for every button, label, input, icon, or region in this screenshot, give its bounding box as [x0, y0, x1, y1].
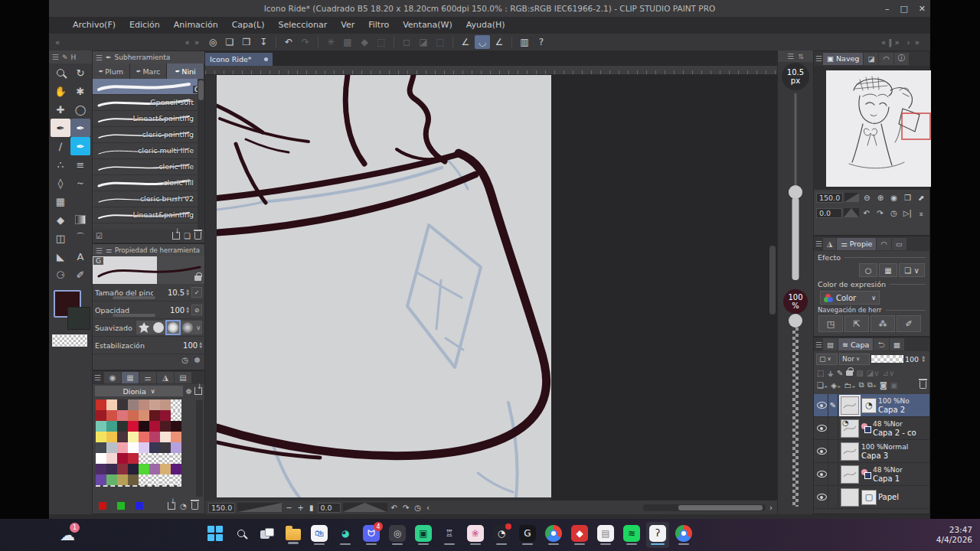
paste-icon[interactable]: ▩ [340, 35, 355, 49]
brush-item-cleric-line[interactable]: cleric line [93, 159, 204, 175]
color-swatch-2-1[interactable] [106, 421, 117, 432]
new-vector-layer-icon[interactable]: ◈₊ [831, 381, 841, 390]
color-swatch-3-5[interactable] [149, 432, 160, 442]
search-button[interactable] [230, 522, 253, 548]
canvas-horizontal-scrollbar[interactable] [643, 504, 766, 511]
lasso-tool[interactable]: ◯ [70, 100, 90, 119]
polyline-tool[interactable]: ◣ [51, 247, 70, 266]
color-swatch-7-1[interactable] [106, 474, 117, 485]
rotate-right-icon[interactable]: ↷ [401, 504, 410, 512]
border-effect-icon[interactable]: ○ [859, 263, 877, 277]
material-panel-icon[interactable]: ▥ [517, 35, 532, 49]
replace-color-icon[interactable]: ◔ [180, 502, 187, 510]
color-swatch-6-3[interactable] [128, 464, 139, 474]
rotate-view-tool[interactable]: ↻ [70, 64, 90, 82]
tab-layers[interactable]: ≋ Capa [838, 338, 873, 350]
snap-guide-icon[interactable]: ∠ [492, 35, 507, 49]
nav-flip-vertical-icon[interactable]: ⌅ [915, 209, 927, 217]
color-swatch-2-7[interactable] [171, 421, 181, 432]
select-nav-icon[interactable]: ⇱ [844, 315, 869, 332]
color-slider-tab[interactable]: ⚌ [139, 372, 156, 383]
decoration-tool[interactable]: ≡ [70, 155, 90, 174]
menu-seleccionar[interactable]: Seleccionar [272, 17, 335, 34]
color-swatch-7-5[interactable] [149, 474, 160, 485]
green-lock-app[interactable]: ▣ [412, 522, 435, 548]
brush-item-cleric-brush-v2[interactable]: cleric brush v2 [93, 191, 204, 207]
value-stepper[interactable]: ▲▼ [199, 341, 202, 349]
open-file-icon[interactable]: ❐ [239, 35, 254, 49]
tab-frame[interactable]: ▭ [892, 238, 906, 250]
smoothing-option-0[interactable] [139, 322, 149, 333]
tab-layer-search[interactable]: ◮ [823, 238, 836, 250]
delete-layer-icon[interactable] [920, 381, 926, 389]
layer-thumbnail[interactable] [841, 488, 859, 507]
navigator-rotation-field[interactable]: 0.0 [816, 208, 842, 218]
color-swatch-6-7[interactable] [171, 464, 181, 474]
color-swatch-0-4[interactable] [139, 399, 149, 410]
microsoft-store[interactable]: 🛍 [308, 522, 331, 548]
color-swatch-1-7[interactable] [171, 410, 181, 421]
param-option-button[interactable]: ⊘ [191, 305, 202, 315]
color-swatch-5-5[interactable] [149, 453, 160, 464]
zoom-field[interactable]: 150.0 [208, 503, 235, 513]
hand-tool[interactable]: ✋ [51, 82, 70, 100]
layer-thumbnail[interactable] [841, 465, 859, 484]
layer-row-capa-2-co[interactable]: ◔48 %NorCapa 2 - co [814, 417, 929, 440]
color-swatch-1-2[interactable] [117, 410, 128, 421]
panel-menu-icon[interactable]: ☰ [94, 373, 103, 382]
clear-icon[interactable]: ✳ [323, 35, 338, 49]
layer-visible-icon[interactable] [817, 494, 827, 500]
edge-browser[interactable]: ◕ [334, 522, 357, 548]
brush-item-cleric-painting[interactable]: cleric painting [93, 127, 204, 143]
text-tool[interactable]: A [70, 247, 90, 266]
color-swatch-5-2[interactable] [117, 453, 128, 464]
color-swatch-6-1[interactable] [106, 464, 117, 474]
color-swatch-1-5[interactable] [149, 410, 160, 421]
color-swatch-1-3[interactable] [128, 410, 139, 421]
mask-enable-icon[interactable]: ◪∨ [867, 369, 880, 377]
rotation-field[interactable]: 0.0 [318, 503, 341, 513]
move-layer-tool[interactable]: ✚ [51, 100, 70, 119]
color-swatch-2-6[interactable] [160, 421, 171, 432]
draw-line-icon[interactable]: ✐ [897, 315, 921, 332]
nav-zoom-in-icon[interactable]: ⊕ [874, 194, 887, 202]
layer-thumbnail[interactable] [841, 442, 859, 461]
color-swatch-2-4[interactable] [139, 421, 149, 432]
lock-layer-icon[interactable] [846, 370, 853, 376]
zoom-tool[interactable] [51, 64, 70, 82]
color-swatch-0-5[interactable] [149, 399, 160, 410]
menu-animacin[interactable]: Animación [167, 17, 225, 34]
approx-color-tab[interactable]: ◮ [157, 372, 174, 383]
color-swatch-4-4[interactable] [139, 442, 149, 453]
nav-flip-horizontal-icon[interactable]: ▷| [901, 209, 913, 217]
panel-menu-icon[interactable]: ☰ [96, 54, 103, 62]
canvas[interactable] [217, 75, 551, 497]
color-swatch-6-5[interactable] [149, 464, 160, 474]
subtool-tab-nini[interactable]: ✒Nini [167, 64, 204, 79]
redo-icon[interactable]: ↷ [298, 35, 313, 49]
color-swatch-5-0[interactable] [96, 453, 106, 464]
slider-settings-icon[interactable]: ⇅ [798, 53, 804, 60]
close-button[interactable]: ✕ [919, 4, 926, 14]
spotify[interactable]: ≋ [620, 522, 643, 548]
lock-transparent-icon[interactable]: ▨ [856, 369, 863, 377]
layer-mask-icon[interactable]: ◙ [880, 381, 887, 390]
discord[interactable]: ᗢ4 [360, 522, 383, 548]
collapse-right-dock-icon[interactable]: › » [907, 38, 920, 47]
param-option-button[interactable]: ✓ [191, 287, 202, 298]
brush-size-track[interactable] [795, 93, 797, 188]
menu-ventanaw[interactable]: Ventana(W) [396, 17, 459, 34]
delete-subtool-icon[interactable] [194, 232, 201, 240]
panel-menu-icon[interactable]: ☰ [815, 54, 822, 63]
weather-widget[interactable]: ☁1 [60, 526, 75, 544]
color-history-tab[interactable]: ▤ [175, 372, 191, 383]
color-set-dropdown[interactable]: Dionia ∨ [95, 386, 183, 396]
color-swatch-5-1[interactable] [106, 453, 117, 464]
palette-scrollbar[interactable] [196, 400, 203, 497]
document-tab[interactable]: Icono Ride* [205, 53, 273, 66]
value-stepper[interactable]: ▲▼ [186, 289, 189, 296]
all-subtools-checkbox[interactable]: ☑ [96, 232, 103, 240]
color-swatch-4-1[interactable] [106, 442, 117, 453]
color-swatch-5-3[interactable] [128, 453, 139, 464]
footer-color-swatch[interactable] [117, 502, 125, 510]
